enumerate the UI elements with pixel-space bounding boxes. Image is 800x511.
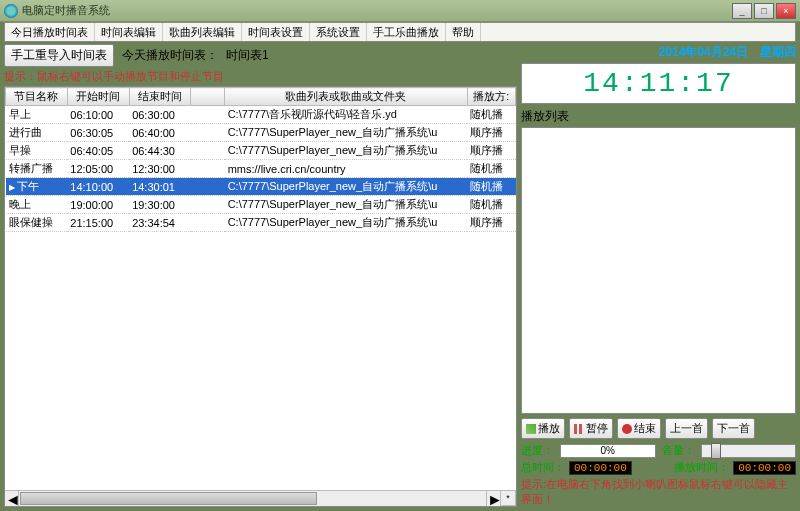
table-row[interactable]: 晚上19:00:0019:30:00C:\7777\SuperPlayer_ne…: [6, 196, 516, 214]
window-title: 电脑定时播音系统: [22, 3, 110, 18]
pause-button[interactable]: 暂停: [569, 418, 613, 439]
cell: C:\7777\音乐视听源代码\轻音乐.yd: [225, 106, 467, 124]
cell: C:\7777\SuperPlayer_new_自动广播系统\u: [225, 196, 467, 214]
table-row[interactable]: 转播广播12:05:0012:30:00mms://live.cri.cn/co…: [6, 160, 516, 178]
cell: 06:40:05: [67, 142, 129, 160]
cell: 19:30:00: [129, 196, 191, 214]
column-header[interactable]: 歌曲列表或歌曲或文件夹: [225, 88, 467, 106]
prev-button[interactable]: 上一首: [665, 418, 708, 439]
table-row[interactable]: 眼保健操21:15:0023:34:54C:\7777\SuperPlayer_…: [6, 214, 516, 232]
horizontal-scrollbar[interactable]: ◄ ►: [5, 490, 500, 506]
app-icon: [4, 4, 18, 18]
play-button[interactable]: 播放: [521, 418, 565, 439]
stop-button[interactable]: 结束: [617, 418, 661, 439]
cell: 21:15:00: [67, 214, 129, 232]
hint-text: 提示：鼠标右键可以手动播放节目和停止节目: [4, 69, 517, 84]
table-row[interactable]: 进行曲06:30:0506:40:00C:\7777\SuperPlayer_n…: [6, 124, 516, 142]
cell: 19:00:00: [67, 196, 129, 214]
cell: 06:40:00: [129, 124, 191, 142]
clock-display: 14:11:17: [521, 63, 796, 104]
table-row[interactable]: 早操06:40:0506:44:30C:\7777\SuperPlayer_ne…: [6, 142, 516, 160]
cell: 转播广播: [6, 160, 68, 178]
playlist-label: 播放列表: [521, 108, 796, 125]
date-display: 2014年04月24日 星期四: [521, 44, 796, 61]
cell: 随机播: [467, 160, 515, 178]
volume-label: 音量：: [662, 443, 695, 458]
app-window: 电脑定时播音系统 _ □ × 今日播放时间表时间表编辑歌曲列表编辑时间表设置系统…: [0, 0, 800, 511]
menubar: 今日播放时间表时间表编辑歌曲列表编辑时间表设置系统设置手工乐曲播放帮助: [4, 22, 796, 42]
column-header[interactable]: [191, 88, 225, 106]
column-header[interactable]: 开始时间: [67, 88, 129, 106]
cell: 12:05:00: [67, 160, 129, 178]
menu-item-0[interactable]: 今日播放时间表: [5, 23, 95, 41]
schedule-table[interactable]: 节目名称开始时间结束时间歌曲列表或歌曲或文件夹播放方: 早上06:10:0006…: [5, 87, 516, 232]
cell: [191, 142, 225, 160]
stop-icon: [622, 424, 632, 434]
cell: 晚上: [6, 196, 68, 214]
today-schedule-label: 今天播放时间表：: [122, 47, 218, 64]
cell: 06:10:00: [67, 106, 129, 124]
cell: C:\7777\SuperPlayer_new_自动广播系统\u: [225, 214, 467, 232]
menu-item-4[interactable]: 系统设置: [310, 23, 367, 41]
cell: 眼保健操: [6, 214, 68, 232]
table-row[interactable]: 下午14:10:0014:30:01C:\7777\SuperPlayer_ne…: [6, 178, 516, 196]
menu-item-5[interactable]: 手工乐曲播放: [367, 23, 446, 41]
pause-icon: [574, 424, 584, 434]
playlist-box[interactable]: [521, 127, 796, 414]
scroll-corner-button[interactable]: *: [500, 490, 516, 506]
cell: [191, 124, 225, 142]
play-time-value: 00:00:00: [733, 461, 796, 475]
cell: 顺序播: [467, 124, 515, 142]
cell: 14:10:00: [67, 178, 129, 196]
volume-thumb[interactable]: [711, 443, 721, 459]
cell: [191, 178, 225, 196]
cell: 23:34:54: [129, 214, 191, 232]
maximize-button[interactable]: □: [754, 3, 774, 19]
cell: 随机播: [467, 196, 515, 214]
titlebar[interactable]: 电脑定时播音系统 _ □ ×: [0, 0, 800, 22]
cell: 12:30:00: [129, 160, 191, 178]
schedule-pane: 手工重导入时间表 今天播放时间表： 时间表1 提示：鼠标右键可以手动播放节目和停…: [4, 44, 517, 507]
play-icon: [526, 424, 536, 434]
player-pane: 2014年04月24日 星期四 14:11:17 播放列表 播放 暂停 结束 上…: [521, 44, 796, 507]
total-time-value: 00:00:00: [569, 461, 632, 475]
cell: C:\7777\SuperPlayer_new_自动广播系统\u: [225, 124, 467, 142]
column-header[interactable]: 节目名称: [6, 88, 68, 106]
cell: 早操: [6, 142, 68, 160]
cell: 早上: [6, 106, 68, 124]
play-time-label: 播放时间：: [674, 460, 729, 475]
cell: [191, 106, 225, 124]
volume-slider[interactable]: [701, 444, 797, 458]
cell: [191, 196, 225, 214]
progress-bar[interactable]: 0%: [560, 444, 656, 458]
today-schedule-value: 时间表1: [226, 47, 269, 64]
cell: [191, 214, 225, 232]
cell: 下午: [6, 178, 68, 196]
scrollbar-thumb[interactable]: [20, 492, 317, 505]
cell: 进行曲: [6, 124, 68, 142]
total-time-label: 总时间：: [521, 460, 565, 475]
menu-item-2[interactable]: 歌曲列表编辑: [163, 23, 242, 41]
cell: 顺序播: [467, 142, 515, 160]
cell: C:\7777\SuperPlayer_new_自动广播系统\u: [225, 178, 467, 196]
cell: 14:30:01: [129, 178, 191, 196]
cell: 06:44:30: [129, 142, 191, 160]
next-button[interactable]: 下一首: [712, 418, 755, 439]
cell: mms://live.cri.cn/country: [225, 160, 467, 178]
cell: [191, 160, 225, 178]
menu-item-3[interactable]: 时间表设置: [242, 23, 310, 41]
cell: 顺序播: [467, 214, 515, 232]
cell: 06:30:00: [129, 106, 191, 124]
minimize-button[interactable]: _: [732, 3, 752, 19]
menu-item-6[interactable]: 帮助: [446, 23, 481, 41]
close-button[interactable]: ×: [776, 3, 796, 19]
cell: 06:30:05: [67, 124, 129, 142]
table-row[interactable]: 早上06:10:0006:30:00C:\7777\音乐视听源代码\轻音乐.yd…: [6, 106, 516, 124]
reimport-button[interactable]: 手工重导入时间表: [4, 44, 114, 67]
column-header[interactable]: 结束时间: [129, 88, 191, 106]
column-header[interactable]: 播放方:: [467, 88, 515, 106]
cell: C:\7777\SuperPlayer_new_自动广播系统\u: [225, 142, 467, 160]
tray-hint: 提示:在电脑右下角找到小喇叭图标鼠标右键可以隐藏主界面！: [521, 477, 796, 507]
menu-item-1[interactable]: 时间表编辑: [95, 23, 163, 41]
cell: 随机播: [467, 178, 515, 196]
